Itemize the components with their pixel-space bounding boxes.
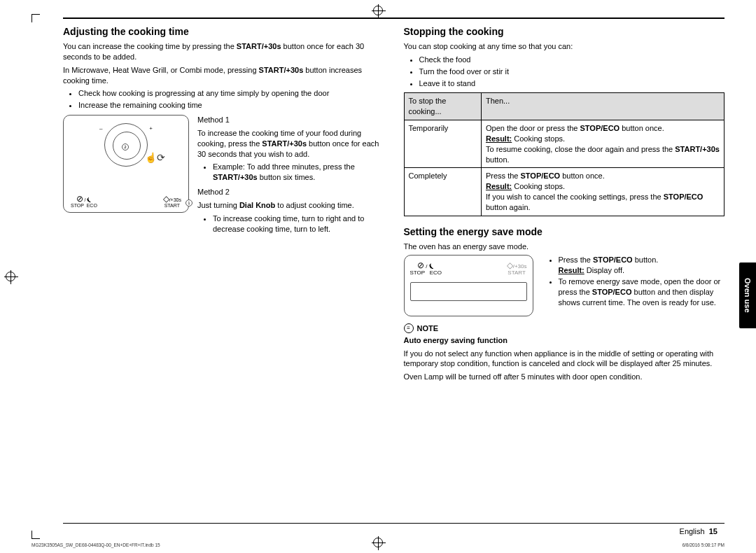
- rule-top: [63, 18, 724, 19]
- print-timestamp: 6/8/2016 5:08:17 PM: [682, 542, 724, 547]
- stop-row2-col1: Completely: [404, 168, 481, 216]
- stop-cooking-table: To stop the cooking... Then... Temporari…: [404, 92, 725, 216]
- method2-bullet: To increase cooking time, turn to right …: [213, 214, 384, 234]
- right-column: Stopping the cooking You can stop cookin…: [404, 26, 725, 385]
- note-icon: ≡: [404, 323, 414, 333]
- stop-bullet-3: Leave it to stand: [419, 78, 725, 89]
- stop-eco-button-icon: ⊘ / ⏾ STOP ECO: [71, 195, 97, 208]
- adjust-p2: In Microwave, Heat Wave Grill, or Combi …: [63, 65, 384, 86]
- rule-bottom: [63, 523, 724, 524]
- stop-row1-col2: Open the door or press the STOP/ECO butt…: [481, 120, 724, 168]
- energy-bullet-1: Press the STOP/ECO button. Result: Displ…: [559, 255, 725, 276]
- stop-eco-button-icon-2: ⊘ / ⏾ STOP ECO: [410, 261, 442, 276]
- stop-row1-col1: Temporarily: [404, 120, 481, 168]
- energy-intro: The oven has an energy save mode.: [404, 241, 725, 252]
- hand-turn-icon: ☝⟳: [145, 152, 165, 163]
- control-panel-diagram: – + 2 ☝⟳ ⊘ / ⏾ STOP ECO ◇/+30s START: [63, 115, 189, 213]
- method1-body: To increase the cooking time of your foo…: [197, 128, 384, 160]
- note-subtitle: Auto energy saving function: [404, 336, 508, 344]
- method1-example: Example: To add three minutes, press the…: [213, 162, 384, 183]
- energy-panel-diagram: ⊘ / ⏾ STOP ECO ◇/+30s START: [404, 255, 533, 316]
- heading-energy-save: Setting the energy save mode: [404, 226, 725, 237]
- method2-body: Just turning Dial Knob to adjust cooking…: [197, 200, 384, 211]
- note-p1: If you do not select any function when a…: [404, 349, 725, 370]
- display-bar-icon: [410, 282, 527, 301]
- note-label: NOTE: [417, 324, 439, 332]
- start-30s-button-icon-2: ◇/+30s START: [507, 261, 527, 276]
- left-column: Adjusting the cooking time You can incre…: [63, 26, 384, 385]
- note-p2: Oven Lamp will be turned off after 5 min…: [404, 372, 725, 382]
- stop-row2-col2: Press the STOP/ECO button once. Result: …: [481, 168, 724, 216]
- dial-plus-icon: +: [149, 125, 153, 132]
- stop-bullet-2: Turn the food over or stir it: [419, 66, 725, 77]
- stop-table-header-1: To stop the cooking...: [404, 93, 481, 120]
- stop-table-header-2: Then...: [481, 93, 724, 120]
- adjust-bullet-2: Increase the remaining cooking time: [78, 100, 384, 111]
- heading-adjusting: Adjusting the cooking time: [63, 26, 384, 37]
- start-30s-button-icon: ◇/+30s START: [163, 195, 181, 208]
- print-filename: MG23K3505AS_SW_DE68-04483Q-00_EN+DE+FR+I…: [31, 542, 160, 547]
- callout-1: 1: [186, 200, 192, 206]
- heading-stopping: Stopping the cooking: [404, 26, 725, 37]
- method2-title: Method 2: [197, 187, 384, 197]
- adjust-bullet-1: Check how cooking is progressing at any …: [78, 88, 384, 99]
- page-footer: English 15: [680, 527, 718, 536]
- stop-intro: You can stop cooking at any time so that…: [404, 41, 725, 52]
- adjust-p1: You can increase the cooking time by pre…: [63, 41, 384, 62]
- energy-bullet-2: To remove energy save mode, open the doo…: [559, 276, 725, 308]
- dial-minus-icon: –: [99, 125, 102, 132]
- stop-bullet-1: Check the food: [419, 55, 725, 65]
- callout-2: 2: [122, 144, 129, 150]
- method1-title: Method 1: [197, 115, 384, 125]
